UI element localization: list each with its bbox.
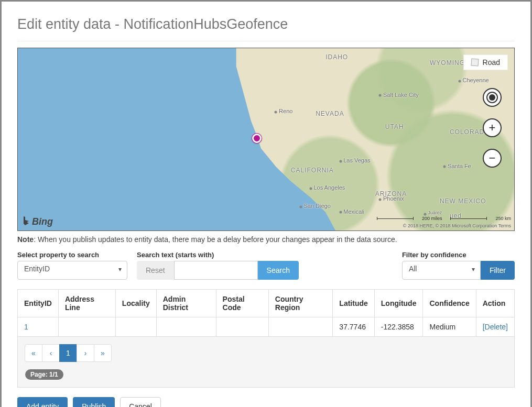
confidence-field: Filter by confidence All Filter: [402, 251, 515, 280]
table-header: Action: [476, 290, 514, 317]
map-label: Phoenix: [383, 195, 404, 202]
note-text: : When you publish updates to entity dat…: [34, 235, 397, 244]
map-type-selector[interactable]: Road: [463, 54, 508, 70]
map-controls: + −: [483, 88, 502, 168]
map-city-dot: [458, 80, 461, 82]
map-city-dot: [299, 205, 302, 208]
map-type-label: Road: [483, 58, 500, 67]
confidence-select[interactable]: All: [402, 261, 481, 280]
table-row: 137.7746-122.3858Medium[Delete]: [18, 317, 515, 337]
add-entity-button[interactable]: Add entity: [17, 397, 68, 407]
table-cell: [156, 317, 216, 337]
filters-row: Select property to search EntityID Searc…: [17, 251, 515, 280]
search-button[interactable]: Search: [258, 261, 299, 280]
delete-link[interactable]: [Delete]: [483, 323, 508, 331]
dialog-title: Edit entity data - NotificationHubsGeofe…: [17, 16, 515, 32]
map-city-dot: [339, 211, 342, 214]
map-label: Los Angeles: [313, 184, 345, 191]
map-city-dot: [339, 160, 342, 162]
map-label: Santa Fe: [448, 163, 471, 169]
map-label: Cheyenne: [463, 77, 489, 83]
locate-icon: [489, 94, 495, 101]
search-input[interactable]: [174, 261, 258, 280]
map-marker[interactable]: [252, 134, 262, 143]
table-header: Locality: [115, 290, 156, 317]
map-label: NEW MEXICO: [440, 197, 486, 205]
map-label: NEVADA: [316, 110, 344, 117]
map-label: Salt Lake City: [383, 92, 419, 98]
edit-entity-dialog: Edit entity data - NotificationHubsGeofe…: [0, 0, 532, 407]
map-label: Las Vegas: [343, 157, 370, 163]
property-select[interactable]: EntityID: [17, 261, 127, 280]
table-cell: 37.7746: [333, 317, 374, 337]
note: Note: When you publish updates to entity…: [17, 235, 515, 244]
zoom-out-button[interactable]: −: [483, 149, 502, 168]
page-first[interactable]: «: [25, 344, 42, 362]
map-label: San Diego: [303, 203, 330, 209]
map[interactable]: IDAHOWYOMINGCheyenneSalt Lake CityDeReno…: [17, 48, 515, 231]
page-next[interactable]: ›: [77, 344, 94, 362]
bing-logo: Bing: [22, 216, 53, 227]
search-field: Search text (starts with) Reset Search: [137, 251, 299, 280]
map-label: UTAH: [385, 123, 404, 130]
table-cell: [268, 317, 333, 337]
table-header: EntityID: [18, 290, 59, 317]
table-header: Confidence: [423, 290, 476, 317]
filter-button[interactable]: Filter: [481, 261, 515, 280]
footer-actions: Add entity Publish Cancel: [17, 397, 515, 407]
divider: [17, 41, 515, 41]
locate-me-button[interactable]: [483, 88, 502, 107]
map-city-dot: [443, 166, 446, 168]
page-prev[interactable]: ‹: [42, 344, 60, 362]
table-header: Postal Code: [216, 290, 268, 317]
table-cell: -122.3858: [374, 317, 423, 337]
map-city-dot: [379, 94, 382, 97]
table-header: Country Region: [268, 290, 333, 317]
table-cell: [115, 317, 156, 337]
table-header: Latitude: [333, 290, 374, 317]
map-city-dot: [424, 213, 426, 215]
page-current[interactable]: 1: [59, 344, 77, 362]
table-cell: 1: [18, 317, 59, 337]
table-cell: [58, 317, 115, 337]
table-header: Longitude: [374, 290, 423, 317]
table-header: Address Line: [58, 290, 115, 317]
map-label: WYOMING: [430, 59, 465, 67]
table-footer: « ‹ 1 › » Page: 1/1: [17, 337, 515, 388]
table-cell: [Delete]: [476, 317, 514, 337]
map-label: CALIFORNIA: [291, 167, 334, 174]
entity-table: EntityIDAddress LineLocalityAdmin Distri…: [17, 289, 515, 337]
page-badge: Page: 1/1: [25, 369, 63, 380]
property-field: Select property to search EntityID: [17, 251, 127, 280]
map-city-dot: [275, 111, 277, 113]
table-cell: [216, 317, 268, 337]
table-cell: Medium: [423, 317, 476, 337]
property-label: Select property to search: [17, 251, 127, 259]
search-label: Search text (starts with): [137, 251, 299, 259]
map-label: Juárez: [428, 210, 442, 215]
map-credits: © 2018 HERE, © 2018 Microsoft Corporatio…: [403, 223, 511, 228]
entity-id-link[interactable]: 1: [24, 323, 28, 331]
table-header: Admin District: [156, 290, 216, 317]
cancel-button[interactable]: Cancel: [120, 397, 161, 407]
map-scale: 200 miles 250 km: [377, 216, 511, 221]
note-prefix: Note: [17, 235, 34, 244]
map-city-dot: [379, 198, 382, 201]
map-label: Reno: [279, 108, 292, 114]
map-label: Mexicali: [343, 208, 364, 215]
map-type-icon: [471, 59, 479, 67]
map-label: IDAHO: [325, 53, 348, 61]
pagination: « ‹ 1 › »: [25, 344, 112, 362]
reset-button[interactable]: Reset: [137, 261, 174, 280]
zoom-in-button[interactable]: +: [483, 118, 502, 137]
confidence-label: Filter by confidence: [402, 251, 515, 259]
map-city-dot: [309, 187, 312, 190]
page-last[interactable]: »: [94, 344, 112, 362]
publish-button[interactable]: Publish: [73, 397, 115, 407]
